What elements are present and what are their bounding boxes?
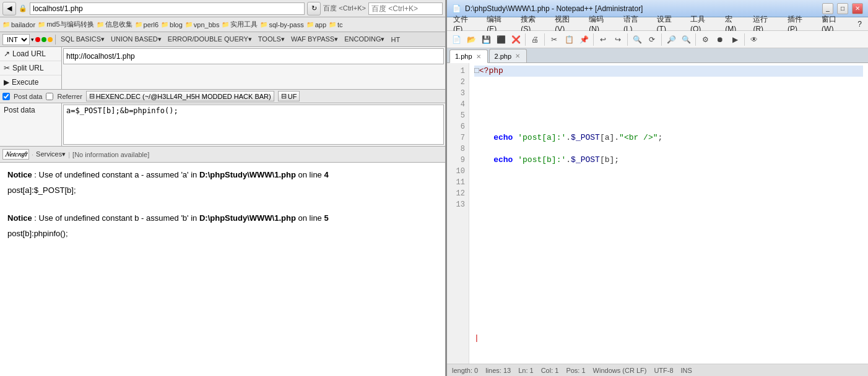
address-input[interactable]: [30, 2, 305, 15]
tab-1php[interactable]: 1.php ✕: [449, 49, 488, 63]
sync-button[interactable]: ⚙: [698, 33, 712, 46]
type-dropdown[interactable]: INT: [2, 34, 30, 45]
code-line-4: echo 'post[a]:'.$_POST[a]."<br />";: [474, 132, 863, 143]
hexenc-label: HEXENC.DEC (~/@H3LL4R_H5H MODDED HACK BA…: [96, 93, 271, 100]
record-button[interactable]: ⏺: [713, 33, 727, 46]
bookmark-tools[interactable]: 📁 实用工具: [222, 20, 258, 29]
tab-2php-close[interactable]: ✕: [514, 53, 521, 60]
tab-2php[interactable]: 2.php ✕: [489, 49, 527, 62]
bookmark-bailador[interactable]: 📁 bailador: [2, 21, 35, 28]
npp-maximize-button[interactable]: □: [837, 3, 848, 14]
hexenc-button[interactable]: ⊟ HEXENC.DEC (~/@H3LL4R_H5H MODDED HACK …: [86, 91, 274, 101]
referrer-option-label: Referrer: [57, 93, 82, 100]
notice1-keyword: Notice: [7, 170, 32, 179]
referrer-checkbox[interactable]: [46, 93, 53, 100]
redo-button[interactable]: ↪: [611, 33, 625, 46]
save-all-button[interactable]: ⬛: [494, 33, 508, 46]
bookmark-info[interactable]: 📁 信息收集: [97, 20, 132, 29]
status-encoding: UTF-8: [654, 367, 673, 374]
bookmark-perl6[interactable]: 📁 perl6: [135, 21, 158, 28]
ht-menu[interactable]: HT: [388, 35, 402, 44]
bookmark-label: 信息收集: [105, 20, 132, 29]
npp-minimize-button[interactable]: _: [822, 3, 833, 14]
error-double-menu[interactable]: ERROR/DOUBLE QUERY▾: [165, 35, 254, 44]
sql-basics-menu[interactable]: SQL BASICS▾: [58, 35, 107, 44]
npp-tabs: 1.php ✕ 2.php ✕: [447, 48, 868, 63]
play-button[interactable]: ▶: [728, 33, 742, 46]
uf-button[interactable]: ⊟ UF: [278, 91, 300, 101]
copy-button[interactable]: 📋: [562, 33, 576, 46]
netcraft-info: [No information available]: [72, 151, 149, 158]
tools-menu[interactable]: TOOLS▾: [256, 35, 287, 44]
bookmark-icon: 📁: [2, 21, 10, 28]
undo-button[interactable]: ↩: [596, 33, 610, 46]
code-line-2: [474, 88, 863, 99]
bookmark-icon: 📁: [135, 21, 142, 28]
execute-button[interactable]: ▶ Execute: [0, 75, 61, 89]
code-line-7: [474, 199, 863, 210]
bookmark-icon: 📁: [97, 21, 104, 28]
print-button[interactable]: 🖨: [528, 33, 542, 46]
cut-button[interactable]: ✂: [547, 33, 561, 46]
post-data-option-label: Post data: [14, 93, 42, 100]
split-url-icon: ✂: [4, 64, 10, 72]
save-button[interactable]: 💾: [479, 33, 493, 46]
netcraft-services[interactable]: Services▾: [36, 150, 66, 158]
paste-button[interactable]: 📌: [577, 33, 591, 46]
lock-icon: 🔒: [19, 4, 27, 12]
load-url-icon: ↗: [4, 49, 10, 58]
new-button[interactable]: 📄: [449, 33, 463, 46]
zoom-in-button[interactable]: 🔎: [664, 33, 678, 46]
refresh-button[interactable]: ↻: [307, 2, 321, 15]
encoding-menu[interactable]: ENCODING▾: [342, 35, 387, 44]
bookmark-icon: 📁: [161, 21, 168, 28]
union-based-menu[interactable]: UNION BASED▾: [108, 35, 164, 44]
netcraft-bar: 𝑁𝑒𝑡𝑐𝑟𝑎𝑓𝑡 · Services▾ | [No information a…: [0, 147, 445, 163]
bookmarks-bar: 📁 bailador 📁 md5与编码转换 📁 信息收集 📁 perl6 📁 b…: [0, 17, 445, 32]
close-button[interactable]: ❌: [509, 33, 523, 46]
code-line-9: [474, 244, 863, 255]
bookmark-icon: 📁: [185, 21, 193, 28]
bookmark-blog[interactable]: 📁 blog: [161, 21, 183, 28]
search-label: 百度 <Ctrl+K>: [323, 4, 366, 13]
status-ins: INS: [681, 367, 692, 374]
split-url-button[interactable]: ✂ Split URL: [0, 61, 61, 75]
toolbar-sep2: [544, 33, 545, 46]
eye-button[interactable]: 👁: [747, 33, 761, 46]
tab-1php-label: 1.php: [455, 53, 472, 60]
bookmark-label: perl6: [144, 21, 158, 28]
code-editor[interactable]: □<?php echo 'post[a]:'.$_POST[a]."<br />…: [469, 63, 868, 364]
zoom-out-button[interactable]: 🔍: [679, 33, 693, 46]
back-button[interactable]: ◀: [2, 2, 16, 15]
search-input[interactable]: [368, 2, 443, 15]
url-input[interactable]: [63, 48, 444, 64]
toolbar-sep1: [525, 33, 526, 46]
menu-help[interactable]: ?: [854, 19, 866, 30]
post-data-area: Post data a=$_POST[b];&b=phpinfo();: [0, 103, 445, 147]
bookmark-app[interactable]: 📁 app: [306, 21, 326, 28]
post-data-checkbox[interactable]: [2, 93, 10, 100]
bookmark-tc[interactable]: 📁 tc: [329, 21, 343, 28]
load-url-button[interactable]: ↗ Load URL: [0, 47, 61, 61]
open-button[interactable]: 📂: [464, 33, 478, 46]
notice1-result-line: post[a]:$_POST[b];: [7, 184, 438, 197]
uf-icon: ⊟: [281, 92, 287, 100]
bookmark-vpn[interactable]: 📁 vpn_bbs: [185, 21, 220, 28]
post-data-label: Post data: [0, 103, 62, 146]
find-button[interactable]: 🔍: [630, 33, 644, 46]
bookmark-sqlbypass[interactable]: 📁 sql-by-pass: [260, 21, 303, 28]
status-lines: lines: 13: [485, 367, 511, 374]
green-dot: [41, 37, 46, 42]
waf-bypass-menu[interactable]: WAF BYPASS▾: [289, 35, 341, 44]
replace-button[interactable]: ⟳: [645, 33, 659, 46]
bookmark-label: bailador: [11, 21, 35, 28]
yellow-dot: [48, 37, 53, 42]
npp-close-button[interactable]: ✕: [852, 3, 863, 14]
status-length: length: 0: [452, 367, 478, 374]
tab-1php-close[interactable]: ✕: [475, 53, 482, 60]
notice2-keyword: Notice: [7, 213, 32, 223]
post-data-input[interactable]: a=$_POST[b];&b=phpinfo();: [63, 105, 444, 145]
notice1-msg: : Use of undefined constant a - assumed …: [34, 170, 199, 179]
red-dot: [35, 37, 40, 42]
bookmark-md5[interactable]: 📁 md5与编码转换: [38, 20, 93, 29]
